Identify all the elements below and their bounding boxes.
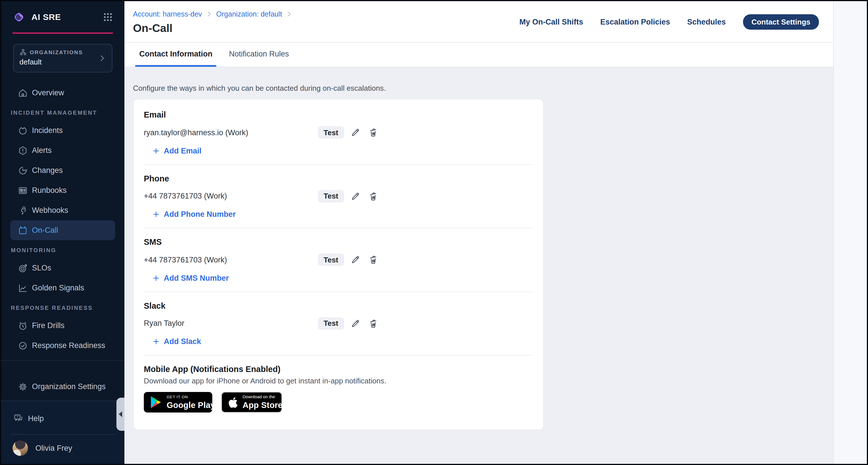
alert-hexagon-icon (18, 145, 28, 155)
delete-button[interactable] (368, 127, 379, 138)
add-link-label: Add Phone Number (164, 210, 236, 219)
sidebar-item-runbooks[interactable]: Runbooks (10, 180, 115, 200)
delete-button[interactable] (368, 317, 379, 329)
nav-schedules[interactable]: Schedules (687, 18, 725, 26)
pencil-icon (350, 191, 361, 201)
contact-row: +44 7873761703 (Work) Test (144, 253, 533, 267)
alarm-clock-icon (18, 320, 28, 331)
mobile-app-heading: Mobile App (Notifications Enabled) (144, 364, 533, 375)
mobile-app-description: Download our app for iPhone or Android t… (144, 376, 533, 386)
add-slack-link[interactable]: Add Slack (152, 336, 201, 347)
contact-section-phone: Phone +44 7873761703 (Work) Test (144, 165, 533, 228)
line-chart-icon (18, 283, 28, 293)
google-play-badge[interactable]: GET IT ON Google Play (144, 392, 212, 412)
edit-button[interactable] (350, 190, 362, 202)
sidebar-item-alerts[interactable]: Alerts (10, 141, 115, 160)
page-description: Configure the ways in which you can be c… (133, 84, 833, 92)
test-button[interactable]: Test (318, 253, 344, 266)
sidebar-item-fire-drills[interactable]: Fire Drills (10, 315, 115, 336)
delete-button[interactable] (368, 190, 379, 202)
sidebar-item-organization-settings[interactable]: Organization Settings (10, 377, 115, 397)
contact-section-slack: Slack Ryan Taylor Test (144, 292, 533, 355)
contact-entry: +44 7873761703 (Work) (144, 255, 318, 264)
sidebar-item-label: Alerts (32, 146, 52, 155)
help-label: Help (28, 414, 44, 423)
chevron-left-icon (119, 411, 122, 417)
tab-notification-rules[interactable]: Notification Rules (225, 43, 293, 67)
test-button[interactable]: Test (318, 190, 344, 202)
sidebar-header: AI SRE (1, 1, 124, 33)
organization-selector[interactable]: ORGANIZATIONS default (13, 44, 113, 72)
contact-entry: ryan.taylor@harness.io (Work) (144, 128, 318, 137)
target-icon (18, 263, 28, 273)
add-email-link[interactable]: Add Email (152, 146, 202, 156)
contact-entry: Ryan Taylor (144, 319, 318, 328)
page-body: Configure the ways in which you can be c… (124, 67, 833, 430)
contact-information-card: Email ryan.taylor@harness.io (Work) Test (133, 99, 544, 430)
user-menu[interactable]: Olivia Frey (1, 435, 124, 464)
badge-store-name: Google Play (167, 401, 215, 409)
chevron-right-icon (286, 10, 293, 18)
tab-bar: Contact Information Notification Rules (124, 43, 833, 67)
edit-button[interactable] (350, 317, 362, 329)
plus-icon (152, 211, 160, 218)
page-header: Account: harness-dev Organization: defau… (124, 1, 833, 43)
sidebar-item-incidents[interactable]: Incidents (10, 120, 115, 141)
svg-text:?: ? (17, 415, 19, 419)
home-icon (18, 88, 28, 98)
test-button[interactable]: Test (318, 317, 344, 330)
badge-tagline: GET IT ON (167, 395, 215, 399)
sidebar-item-response-readiness[interactable]: Response Readiness (10, 336, 115, 355)
app-window: AI SRE (0, 0, 868, 465)
contact-section-sms: SMS +44 7873761703 (Work) Test (144, 228, 533, 292)
avatar[interactable] (12, 440, 28, 456)
sidebar-bottom-band: ? Help Olivia Frey (1, 401, 124, 464)
pencil-icon (350, 127, 361, 137)
sidebar-item-changes[interactable]: Changes (10, 160, 115, 180)
chevron-right-icon (206, 10, 213, 18)
plus-icon (152, 147, 160, 154)
apple-icon (228, 396, 238, 408)
on-call-top-nav: My On-Call Shifts Escalation Policies Sc… (519, 1, 819, 43)
nav-my-on-call-shifts[interactable]: My On-Call Shifts (519, 18, 583, 26)
breadcrumb-account[interactable]: Account: harness-dev (133, 10, 202, 18)
app-switcher-icon[interactable] (103, 12, 113, 22)
sidebar-item-golden-signals[interactable]: Golden Signals (10, 278, 115, 298)
sidebar-section-incident-management: INCIDENT MANAGEMENT (1, 103, 124, 120)
sidebar: AI SRE (1, 1, 124, 464)
sidebar-item-webhooks[interactable]: Webhooks (10, 200, 115, 220)
pencil-icon (350, 254, 361, 265)
sidebar-item-label: Changes (32, 166, 63, 175)
sidebar-item-label: Webhooks (32, 206, 68, 215)
badge-store-name: App Store (243, 401, 282, 409)
sidebar-item-help[interactable]: ? Help (1, 409, 124, 427)
contact-row: ryan.taylor@harness.io (Work) Test (144, 126, 533, 139)
add-phone-link[interactable]: Add Phone Number (152, 209, 236, 219)
edit-button[interactable] (350, 254, 362, 265)
sidebar-collapse-handle[interactable] (116, 398, 124, 431)
add-link-label: Add Slack (164, 337, 201, 346)
section-heading: Phone (144, 173, 533, 184)
calendar-icon (18, 225, 28, 235)
sidebar-item-on-call[interactable]: On-Call (10, 220, 115, 240)
breadcrumb-organization[interactable]: Organization: default (216, 10, 282, 18)
brand-accent-rule (12, 33, 113, 34)
history-clock-icon (18, 165, 28, 176)
gear-icon (18, 381, 28, 392)
test-button[interactable]: Test (318, 126, 344, 138)
trash-icon (368, 127, 378, 137)
tab-contact-information[interactable]: Contact Information (135, 43, 217, 67)
trash-icon (368, 254, 378, 265)
app-store-badge[interactable]: Download on the App Store (221, 392, 282, 412)
add-sms-link[interactable]: Add SMS Number (152, 273, 229, 283)
edit-button[interactable] (350, 127, 362, 138)
sidebar-item-slos[interactable]: SLOs (10, 258, 115, 278)
nav-escalation-policies[interactable]: Escalation Policies (600, 18, 670, 26)
sidebar-divider (1, 360, 124, 361)
google-play-icon (150, 395, 162, 409)
section-heading: SMS (144, 236, 533, 248)
delete-button[interactable] (368, 254, 379, 265)
add-link-label: Add SMS Number (164, 274, 229, 282)
nav-contact-settings[interactable]: Contact Settings (743, 14, 819, 30)
sidebar-item-overview[interactable]: Overview (10, 83, 115, 103)
